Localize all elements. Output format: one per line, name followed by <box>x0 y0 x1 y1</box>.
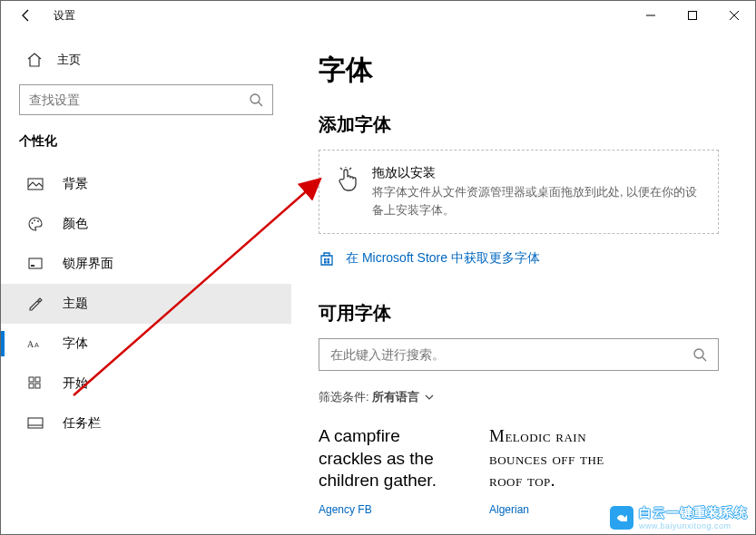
settings-window: 设置 主页 个性化 <box>0 0 756 535</box>
svg-rect-10 <box>29 258 42 268</box>
svg-text:A: A <box>27 340 34 350</box>
svg-rect-24 <box>328 258 330 261</box>
sidebar-item-label: 开始 <box>63 375 88 392</box>
add-fonts-heading: 添加字体 <box>319 112 719 137</box>
sidebar-search-input[interactable] <box>29 92 249 107</box>
svg-point-7 <box>32 222 34 224</box>
svg-rect-11 <box>31 265 34 267</box>
svg-line-28 <box>702 357 706 361</box>
svg-line-22 <box>349 168 351 170</box>
arrow-left-icon <box>19 8 34 23</box>
sidebar-item-start[interactable]: 开始 <box>1 364 291 404</box>
sidebar-item-background[interactable]: 背景 <box>1 164 291 204</box>
drag-hand-icon <box>336 165 359 219</box>
sidebar-item-fonts[interactable]: AA 字体 <box>1 324 291 364</box>
search-icon <box>249 92 263 107</box>
store-link[interactable]: 在 Microsoft Store 中获取更多字体 <box>319 250 719 267</box>
sidebar-item-label: 锁屏界面 <box>63 256 113 272</box>
svg-rect-15 <box>35 377 40 382</box>
svg-rect-26 <box>328 261 330 264</box>
font-search-input[interactable] <box>330 347 692 362</box>
font-sample: Melodic rain bounces off the roof top. <box>489 425 634 492</box>
filter-dropdown[interactable]: 筛选条件: 所有语言 <box>319 389 719 405</box>
sidebar-item-label: 字体 <box>63 336 88 352</box>
drop-zone[interactable]: 拖放以安装 将字体文件从文件资源管理器或桌面拖放到此处, 以便在你的设备上安装字… <box>319 150 719 234</box>
svg-rect-18 <box>28 418 43 428</box>
content-pane: 字体 添加字体 拖放以安装 将字体文件从文件资源管理器或桌面拖放到此处, 以便在… <box>291 30 755 534</box>
page-title: 字体 <box>319 52 719 89</box>
drop-title: 拖放以安装 <box>372 165 702 181</box>
palette-icon <box>26 215 44 233</box>
svg-rect-16 <box>29 384 34 388</box>
sidebar-item-label: 任务栏 <box>63 415 101 432</box>
sidebar-item-themes[interactable]: 主题 <box>1 284 291 324</box>
font-tile[interactable]: Melodic rain bounces off the roof top. A… <box>489 425 634 516</box>
sidebar-category: 个性化 <box>1 133 291 164</box>
svg-rect-23 <box>324 258 327 261</box>
font-name: Algerian <box>489 503 634 516</box>
svg-line-20 <box>340 168 342 170</box>
store-icon <box>319 250 335 267</box>
sidebar-item-label: 颜色 <box>63 216 88 232</box>
picture-icon <box>26 175 44 193</box>
sidebar-item-label: 背景 <box>63 176 88 192</box>
lockscreen-icon <box>26 255 44 273</box>
font-tile[interactable]: A campfire crackles as the children gath… <box>319 425 464 516</box>
window-title: 设置 <box>54 8 75 24</box>
filter-label: 筛选条件: <box>319 389 369 405</box>
store-link-text: 在 Microsoft Store 中获取更多字体 <box>346 250 540 267</box>
sidebar-home[interactable]: 主页 <box>1 52 291 84</box>
sidebar-search[interactable] <box>19 84 273 115</box>
sidebar-home-label: 主页 <box>57 52 81 68</box>
filter-value: 所有语言 <box>372 389 419 405</box>
window-controls <box>630 1 755 30</box>
svg-rect-17 <box>35 384 40 388</box>
minimize-button[interactable] <box>630 1 672 30</box>
font-search[interactable] <box>319 338 719 371</box>
font-sample: A campfire crackles as the children gath… <box>319 425 464 492</box>
font-icon: AA <box>26 335 44 353</box>
font-tiles: A campfire crackles as the children gath… <box>319 425 719 516</box>
svg-rect-25 <box>324 261 327 264</box>
sidebar-nav: 背景 颜色 锁屏界面 主题 AA 字体 <box>1 164 291 534</box>
svg-point-9 <box>37 220 39 222</box>
maximize-button[interactable] <box>672 1 713 30</box>
svg-rect-1 <box>689 12 697 20</box>
svg-point-8 <box>34 219 35 221</box>
available-fonts-heading: 可用字体 <box>319 301 719 326</box>
svg-rect-14 <box>29 377 34 382</box>
sidebar-item-taskbar[interactable]: 任务栏 <box>1 404 291 443</box>
taskbar-icon <box>26 414 44 433</box>
svg-text:A: A <box>34 342 39 350</box>
close-button[interactable] <box>713 1 755 30</box>
search-icon <box>692 347 707 362</box>
sidebar: 主页 个性化 背景 颜色 锁屏界面 <box>1 30 291 534</box>
drop-description: 将字体文件从文件资源管理器或桌面拖放到此处, 以便在你的设备上安装字体。 <box>372 183 702 219</box>
sidebar-item-label: 主题 <box>63 296 88 312</box>
svg-line-5 <box>259 102 262 106</box>
chevron-down-icon <box>425 394 434 400</box>
theme-icon <box>26 295 44 313</box>
back-button[interactable] <box>15 5 37 26</box>
svg-point-4 <box>250 94 260 103</box>
sidebar-item-lockscreen[interactable]: 锁屏界面 <box>1 244 291 284</box>
svg-point-27 <box>694 349 703 358</box>
font-name: Agency FB <box>319 503 464 516</box>
start-icon <box>26 374 44 393</box>
titlebar: 设置 <box>1 1 755 30</box>
home-icon <box>26 52 43 68</box>
sidebar-item-colors[interactable]: 颜色 <box>1 204 291 244</box>
